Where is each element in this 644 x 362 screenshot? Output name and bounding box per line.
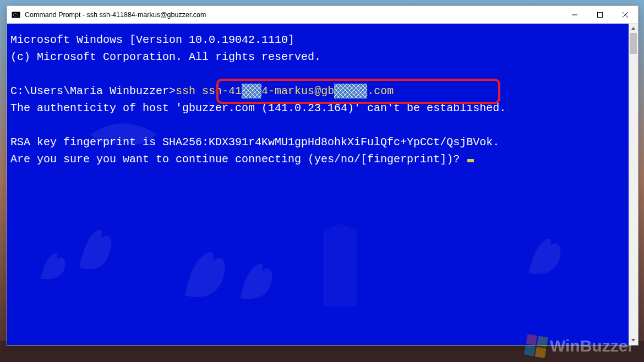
close-icon <box>623 12 628 18</box>
command-prompt-window: C:\ Command Prompt - ssh ssh-411884-mark… <box>7 6 638 345</box>
fingerprint-line: RSA key fingerprint is SHA256:KDX391r4Kw… <box>10 134 625 151</box>
window-controls <box>562 6 638 23</box>
minimize-icon <box>572 12 577 18</box>
ssh-command-b: 4-markus@gb <box>261 85 334 97</box>
cursor <box>467 159 474 162</box>
cmd-icon: C:\ <box>12 10 20 19</box>
scroll-down-button[interactable] <box>629 336 638 345</box>
prompt-line: C:\Users\María Winbuzzer>ssh ssh-41▒▒▒4-… <box>10 83 625 100</box>
minimize-button[interactable] <box>562 6 587 23</box>
confirm-line: Are you sure you want to continue connec… <box>10 151 625 168</box>
maximize-icon <box>597 12 603 18</box>
svg-text:C:\: C:\ <box>13 13 19 18</box>
svg-rect-5 <box>598 12 603 17</box>
ssh-command-a: ssh ssh-41 <box>176 85 242 97</box>
redacted-1: ▒▒▒ <box>242 83 261 100</box>
terminal-wrapper: Microsoft Windows [Version 10.0.19042.11… <box>7 24 638 345</box>
chevron-down-icon <box>631 338 636 343</box>
terminal[interactable]: Microsoft Windows [Version 10.0.19042.11… <box>7 24 629 345</box>
chevron-up-icon <box>631 26 636 31</box>
close-button[interactable] <box>613 6 638 23</box>
blank-line-2 <box>10 117 625 134</box>
window-title: Command Prompt - ssh ssh-411884-markus@g… <box>25 11 562 19</box>
vertical-scrollbar[interactable] <box>629 24 638 345</box>
authenticity-line: The authenticity of host 'gbuzzer.com (1… <box>10 100 625 117</box>
prompt: C:\Users\María Winbuzzer> <box>10 85 176 97</box>
scroll-track[interactable] <box>629 33 638 336</box>
ssh-command-c: .com <box>367 85 394 97</box>
scroll-thumb[interactable] <box>630 33 637 54</box>
title-bar[interactable]: C:\ Command Prompt - ssh ssh-411884-mark… <box>7 6 638 24</box>
redacted-2: ▒▒▒▒▒ <box>334 83 367 100</box>
copyright-line: (c) Microsoft Corporation. All rights re… <box>10 48 625 65</box>
scroll-up-button[interactable] <box>629 24 638 33</box>
confirm-text: Are you sure you want to continue connec… <box>10 153 466 166</box>
maximize-button[interactable] <box>587 6 613 23</box>
blank-line <box>10 65 625 83</box>
version-line: Microsoft Windows [Version 10.0.19042.11… <box>10 31 625 48</box>
